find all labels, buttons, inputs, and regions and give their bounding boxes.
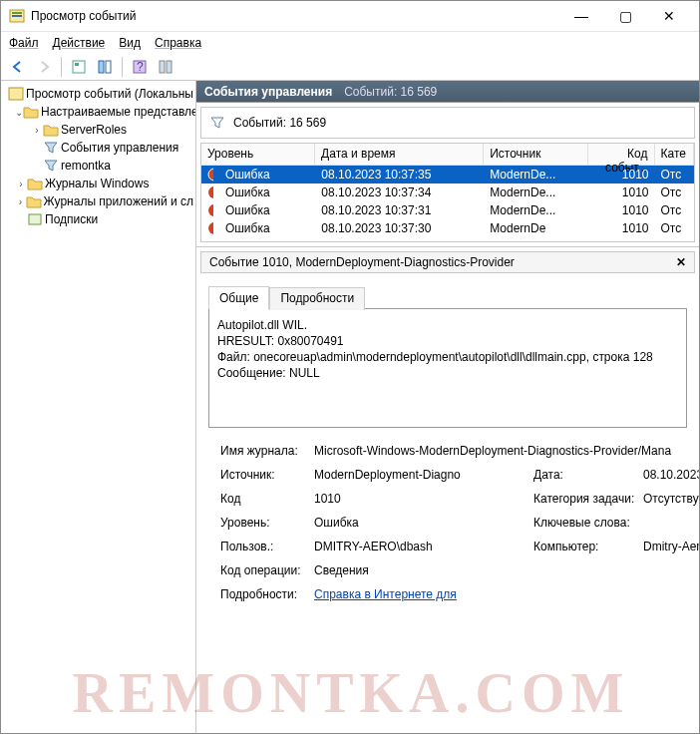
val-level: Ошибка (314, 516, 533, 530)
detail-fields: Имя журнала: Microsoft-Windows-ModernDep… (220, 444, 675, 601)
minimize-button[interactable]: — (559, 2, 603, 30)
cell-src: ModernDe... (484, 203, 587, 217)
properties-button[interactable] (94, 56, 116, 78)
col-level[interactable]: Уровень (201, 144, 315, 166)
pane-title: События управления (204, 85, 332, 99)
menu-file[interactable]: Файл (9, 36, 39, 50)
svg-rect-9 (160, 61, 165, 73)
refresh-button[interactable] (155, 56, 176, 78)
val-more: Справка в Интернете для (314, 587, 699, 601)
lbl-keywords: Ключевые слова: (533, 516, 643, 530)
show-tree-button[interactable] (68, 56, 90, 78)
expand-icon[interactable]: › (15, 179, 27, 189)
svg-rect-6 (106, 61, 111, 73)
lbl-source: Источник: (220, 468, 314, 482)
menu-help[interactable]: Справка (155, 36, 201, 50)
val-log: Microsoft-Windows-ModernDeployment-Diagn… (314, 444, 699, 458)
col-eventid[interactable]: Код событ... (588, 144, 655, 166)
table-row[interactable]: Ошибка 08.10.2023 10:37:31 ModernDe... 1… (201, 201, 694, 219)
cell-code: 1010 (588, 168, 655, 182)
lbl-opcode: Код операции: (220, 563, 314, 577)
help-button[interactable]: ? (129, 56, 151, 78)
error-icon (201, 221, 219, 235)
cell-dt: 08.10.2023 10:37:34 (315, 185, 484, 199)
tab-details[interactable]: Подробности (269, 287, 365, 310)
collapse-icon[interactable]: ⌄ (15, 107, 23, 118)
lbl-code: Код (220, 492, 314, 506)
error-icon (201, 168, 219, 182)
val-code: 1010 (314, 492, 533, 506)
svg-rect-11 (9, 88, 23, 100)
cell-dt: 08.10.2023 10:37:30 (315, 221, 484, 235)
svg-point-19 (208, 204, 213, 216)
tree-label: События управления (61, 141, 178, 155)
col-source[interactable]: Источник (484, 144, 587, 166)
table-row[interactable]: Ошибка 08.10.2023 10:37:30 ModernDe 1010… (201, 219, 694, 237)
eventviewer-icon (8, 86, 24, 102)
back-button[interactable] (7, 56, 29, 78)
window-title: Просмотр событий (31, 9, 559, 23)
divider (122, 57, 123, 77)
col-datetime[interactable]: Дата и время (315, 144, 484, 166)
tree-remontka[interactable]: remontka (3, 157, 193, 175)
tree-root[interactable]: Просмотр событий (Локальны (3, 85, 193, 103)
event-grid[interactable]: Уровень Дата и время Источник Код событ.… (200, 143, 695, 242)
tree-subscriptions[interactable]: Подписки (3, 210, 193, 228)
funnel-icon[interactable] (209, 115, 225, 131)
filter-label: Событий: 16 569 (233, 116, 326, 130)
svg-rect-1 (12, 12, 22, 14)
lbl-level: Уровень: (220, 516, 314, 530)
tree-pane[interactable]: Просмотр событий (Локальны ⌄Настраиваемы… (1, 81, 196, 733)
menu-action[interactable]: Действие (53, 36, 106, 50)
tree-control-events[interactable]: События управления (3, 139, 193, 157)
lbl-log: Имя журнала: (220, 444, 314, 458)
filter-icon (43, 158, 59, 174)
tree-serverroles[interactable]: ›ServerRoles (3, 121, 193, 139)
cell-level: Ошибка (219, 185, 315, 199)
filter-icon (43, 140, 59, 156)
tree-windows-logs[interactable]: ›Журналы Windows (3, 175, 193, 192)
svg-rect-3 (73, 61, 85, 73)
lbl-computer: Компьютер: (533, 540, 643, 553)
error-icon (201, 203, 219, 217)
detail-text[interactable]: Autopilot.dll WIL. HRESULT: 0x80070491 Ф… (208, 308, 687, 428)
cell-code: 1010 (588, 203, 655, 217)
svg-text:?: ? (137, 60, 144, 74)
col-category[interactable]: Кате (655, 144, 695, 166)
cell-cat: Отс (655, 221, 694, 235)
close-button[interactable]: ✕ (647, 2, 691, 30)
expand-icon[interactable]: › (31, 125, 43, 136)
svg-point-16 (208, 186, 213, 198)
lbl-user: Пользов.: (220, 540, 314, 553)
cell-level: Ошибка (219, 203, 315, 217)
val-computer: Dmitry-Aero (643, 540, 699, 553)
val-opcode: Сведения (314, 563, 699, 577)
table-row[interactable]: Ошибка 08.10.2023 10:37:34 ModernDe... 1… (201, 184, 694, 201)
grid-header[interactable]: Уровень Дата и время Источник Код событ.… (201, 144, 694, 166)
menu-view[interactable]: Вид (119, 36, 141, 50)
expand-icon[interactable]: › (15, 196, 26, 207)
val-taskcat: Отсутствует (643, 492, 699, 506)
help-link[interactable]: Справка в Интернете для (314, 587, 457, 601)
tab-general[interactable]: Общие (208, 286, 269, 309)
detail-line: HRESULT: 0x80070491 (217, 333, 678, 349)
forward-button[interactable] (33, 56, 55, 78)
pane-count: Событий: 16 569 (344, 85, 437, 99)
tree-label: Просмотр событий (Локальны (26, 87, 193, 101)
tree-app-logs[interactable]: ›Журналы приложений и сл (3, 192, 193, 210)
detail-header: Событие 1010, ModernDeployment-Diagnosti… (200, 251, 695, 273)
cell-cat: Отс (655, 185, 694, 199)
svg-rect-10 (167, 61, 172, 73)
tree-label: remontka (61, 159, 111, 173)
val-keywords (643, 516, 699, 530)
maximize-button[interactable]: ▢ (603, 2, 647, 30)
lbl-more: Подробности: (220, 587, 314, 601)
tree-label: Подписки (45, 212, 98, 226)
splitter[interactable] (196, 246, 699, 247)
svg-point-22 (208, 222, 213, 234)
cell-src: ModernDe (484, 221, 587, 235)
pane-header: События управления Событий: 16 569 (196, 81, 699, 103)
table-row[interactable]: Ошибка 08.10.2023 10:37:35 ModernDe... 1… (201, 166, 694, 184)
close-detail-button[interactable]: ✕ (676, 255, 686, 269)
tree-custom-views[interactable]: ⌄Настраиваемые представле (3, 103, 193, 121)
